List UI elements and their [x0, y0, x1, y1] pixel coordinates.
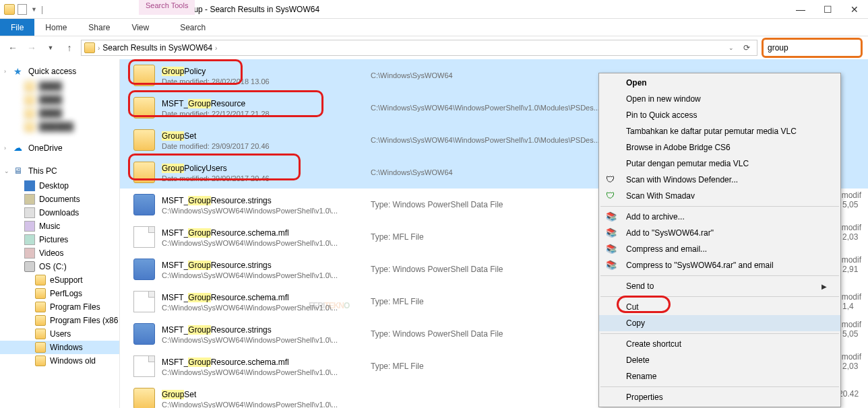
file-icon	[133, 291, 155, 312]
pictures-label: Pictures	[39, 235, 68, 244]
sidebar-item-windows[interactable]: Windows	[0, 341, 119, 354]
maximize-button[interactable]: ☐	[814, 0, 841, 19]
file-path: C:\Windows\SysWOW64	[371, 71, 573, 79]
shield-icon: 🛡	[606, 174, 617, 185]
sidebar-item-program-files[interactable]: Program Files	[0, 300, 119, 314]
menu-create-shortcut[interactable]: Create shortcut	[599, 336, 840, 352]
file-name-rest: Resource.schema.mfl	[211, 293, 289, 302]
sidebar-item-windows-old[interactable]: Windows old	[0, 354, 119, 368]
windows-label: Windows	[50, 343, 83, 352]
sidebar-item-osc[interactable]: OS (C:)	[0, 260, 119, 273]
file-tab[interactable]: File	[0, 19, 34, 36]
menu-adobe-bridge[interactable]: Browse in Adobe Bridge CS6	[599, 139, 840, 156]
file-path-sub: C:\Windows\SysWOW64\WindowsPowerShell\v1…	[162, 401, 371, 409]
menu-open-new-window[interactable]: Open in new window	[599, 91, 840, 107]
file-name-pre: MSFT_	[162, 358, 188, 367]
folder-icon	[35, 355, 46, 366]
minimize-button[interactable]: —	[787, 0, 814, 19]
menu-smadav[interactable]: 🛡Scan With Smadav	[599, 188, 840, 204]
chevron-down-icon[interactable]: ▼	[30, 6, 38, 13]
menu-delete[interactable]: Delete	[599, 352, 840, 368]
file-name-rest: Set	[184, 390, 196, 399]
menu-vlc-playlist[interactable]: Tambahkan ke daftar putar pemutar media …	[599, 123, 840, 139]
address-bar[interactable]: › Search Results in SysWOW64 › ⌄ ⟳	[81, 40, 757, 56]
menu-windows-defender[interactable]: 🛡Scan with Windows Defender...	[599, 172, 840, 188]
sidebar-item-program-files-x86[interactable]: Program Files (x86	[0, 314, 119, 327]
sidebar-item[interactable]: ██████	[0, 120, 119, 133]
sidebar-quick-access[interactable]: ›★Quick access	[0, 63, 119, 79]
menu-add-archive[interactable]: 📚Add to archive...	[599, 209, 840, 225]
file-name-rest: PolicyUsers	[184, 164, 226, 173]
navigation-bar: ← → ▼ ↑ › Search Results in SysWOW64 › ⌄…	[0, 36, 868, 59]
menu-open[interactable]: Open	[599, 75, 840, 91]
sidebar-item-music[interactable]: Music	[0, 219, 119, 233]
sidebar-item-esupport[interactable]: eSupport	[0, 273, 119, 287]
menu-rename[interactable]: Rename	[599, 368, 840, 384]
sidebar-onedrive[interactable]: ›☁OneDrive	[0, 140, 119, 156]
file-name-pre: MSFT_	[162, 228, 188, 238]
up-button[interactable]: ↑	[62, 40, 77, 55]
menu-compress-email[interactable]: 📚Compress and email...	[599, 241, 840, 257]
sidebar-item[interactable]: ████	[0, 79, 119, 93]
menu-pin-quick-access[interactable]: Pin to Quick access	[599, 107, 840, 123]
date-modified: Date modified: 28/02/2018 13.06	[162, 77, 371, 86]
users-label: Users	[50, 329, 71, 339]
file-name-rest: Resource	[211, 99, 245, 108]
menu-send-to[interactable]: Send to▶	[599, 278, 840, 294]
folder-icon	[35, 302, 46, 312]
file-name-rest: Policy	[184, 67, 206, 76]
pc-icon: 🖥	[13, 166, 24, 176]
menu-copy[interactable]: Copy	[599, 315, 840, 331]
refresh-button[interactable]: ⟳	[739, 43, 754, 53]
sidebar-item-users[interactable]: Users	[0, 327, 119, 341]
folder-icon	[133, 65, 155, 86]
file-path: C:\Windows\SysWOW64\WindowsPowerShell\v1…	[371, 104, 573, 112]
recent-locations-button[interactable]: ▼	[43, 40, 58, 55]
menu-add-rar[interactable]: 📚Add to "SysWOW64.rar"	[599, 225, 840, 241]
search-tab[interactable]: Search	[169, 20, 216, 35]
home-tab[interactable]: Home	[34, 20, 78, 35]
back-button[interactable]: ←	[5, 40, 20, 55]
context-menu: Open Open in new window Pin to Quick acc…	[598, 73, 841, 407]
drive-icon	[24, 261, 35, 272]
file-name-rest: Resource.strings	[211, 325, 272, 335]
title-bar: ▼ | Search Tools group - Search Results …	[0, 0, 868, 19]
folder-icon	[4, 4, 15, 15]
document-icon[interactable]	[18, 4, 27, 15]
program-files-label: Program Files	[50, 302, 100, 312]
date-modified: Date modified: 29/09/2017 20.46	[162, 174, 371, 182]
archive-icon: 📚	[606, 211, 617, 222]
menu-compress-rar-email[interactable]: 📚Compress to "SysWOW64.rar" and email	[599, 257, 840, 273]
file-path: C:\Windows\SysWOW64\WindowsPowerShell\v1…	[371, 136, 573, 144]
close-button[interactable]: ✕	[841, 0, 868, 19]
folder-icon	[133, 129, 155, 151]
view-tab[interactable]: View	[121, 20, 160, 35]
menu-vlc-play[interactable]: Putar dengan pemutar media VLC	[599, 156, 840, 172]
documents-icon	[24, 194, 35, 205]
chevron-down-icon[interactable]: ⌄	[726, 44, 737, 51]
osc-label: OS (C:)	[39, 262, 67, 271]
search-box[interactable]: group	[762, 38, 863, 58]
folder-icon	[35, 315, 46, 326]
sidebar-item-desktop[interactable]: Desktop	[0, 179, 119, 193]
sidebar-item-perflogs[interactable]: PerfLogs	[0, 287, 119, 300]
file-type: Windows PowerShell Data File	[392, 265, 503, 274]
highlight: Group	[188, 99, 210, 108]
folder-icon	[35, 275, 46, 285]
shield-icon: 🛡	[606, 191, 617, 201]
forward-button[interactable]: →	[24, 40, 39, 55]
share-tab[interactable]: Share	[78, 20, 121, 35]
file-type: MFL File	[392, 232, 423, 242]
sidebar-item-videos[interactable]: Videos	[0, 246, 119, 260]
sidebar-item[interactable]: ████	[0, 106, 119, 120]
sidebar-item[interactable]: ████	[0, 93, 119, 106]
sidebar-item-downloads[interactable]: Downloads	[0, 206, 119, 219]
folder-icon	[133, 162, 155, 183]
sidebar-this-pc[interactable]: ⌄🖥This PC	[0, 163, 119, 179]
sidebar-item-documents[interactable]: Documents	[0, 193, 119, 206]
desktop-label: Desktop	[39, 181, 69, 191]
sidebar-item-pictures[interactable]: Pictures	[0, 233, 119, 246]
menu-properties[interactable]: Properties	[599, 389, 840, 405]
breadcrumb[interactable]: Search Results in SysWOW64	[102, 43, 212, 53]
star-icon: ★	[13, 66, 24, 77]
